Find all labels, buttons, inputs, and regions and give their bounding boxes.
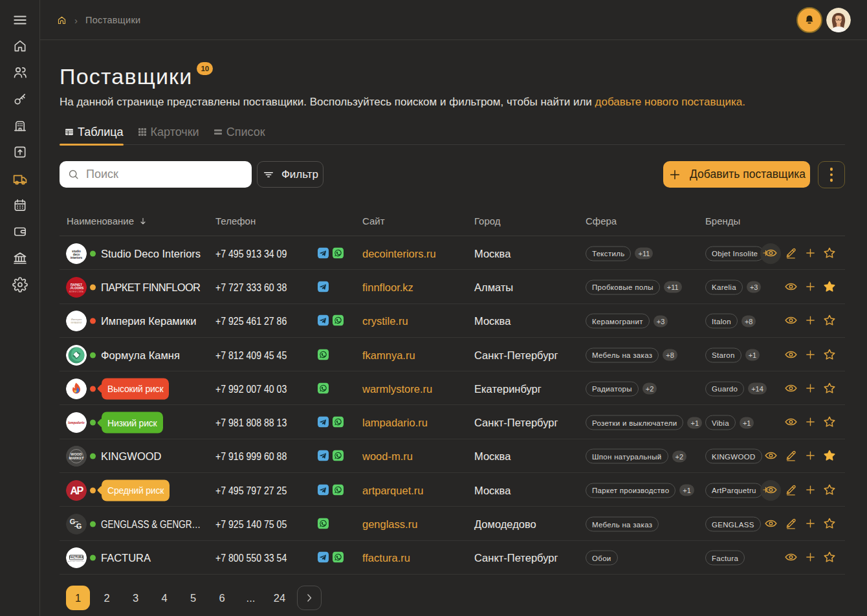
svg-text:ДЕКОРАТИВНАЯ ШТУКАТУРКА: ДЕКОРАТИВНАЯ ШТУКАТУРКА	[68, 560, 85, 562]
svg-text:.FLOORS: .FLOORS	[70, 287, 84, 290]
svg-text:AP: AP	[70, 485, 83, 496]
svg-text:Империя: Империя	[71, 318, 82, 321]
svg-text:ВОЛЯ И СТИЛЬ: ВОЛЯ И СТИЛЬ	[69, 290, 83, 292]
svg-text:КЕРАМИКИ: КЕРАМИКИ	[71, 322, 82, 324]
svg-text:interiors: interiors	[71, 256, 83, 259]
svg-text:lampadario: lampadario	[68, 421, 85, 424]
svg-text:FACTURA: FACTURA	[69, 556, 84, 560]
svg-text:G: G	[70, 518, 76, 525]
svg-text:MARKET: MARKET	[69, 456, 84, 460]
